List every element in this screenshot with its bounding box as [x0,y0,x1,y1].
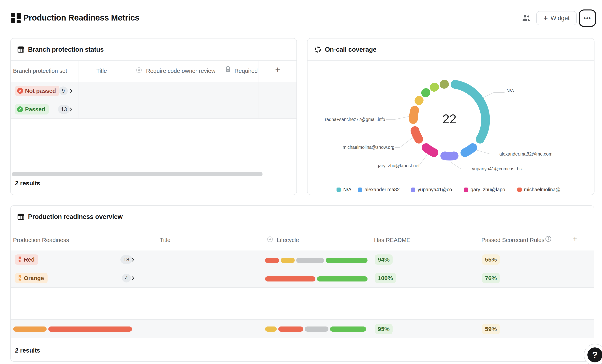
table-icon [17,213,24,220]
lock-icon [225,66,231,73]
table-row-not-passed[interactable]: × Not passed 9 [11,82,296,100]
column-header-lifecycle[interactable]: Lifecycle [277,237,299,243]
column-divider [79,61,79,119]
donut-segment [426,148,434,153]
column-header-passed-scorecard-rules[interactable]: Passed Scorecard Rules [481,237,544,243]
dashboard-page: Production Readiness Metrics + Widget ••… [0,0,602,364]
legend-label: yupanya41@co… [418,187,457,193]
status-label: Not passed [25,88,56,94]
has-readme-badge: 100% [375,273,396,283]
page-title: Production Readiness Metrics [23,13,139,22]
group-count-badge: 4 [122,274,131,282]
branch-widget-title: Branch protection status [28,46,104,53]
legend-item-yupanya[interactable]: yupanya41@co… [411,187,457,193]
group-count-badge: 9 [59,86,68,95]
has-readme-summary-badge: 95% [375,324,393,334]
question-mark-icon: ? [587,347,602,363]
info-icon[interactable] [545,236,551,242]
legend-swatch [411,188,415,192]
column-header-title[interactable]: Title [160,237,171,243]
column-divider [258,61,259,119]
legend-item-gary[interactable]: gary_zhu@lapo… [464,187,510,193]
check-circle-icon: ✓ [17,107,23,112]
readiness-badge-orange: Orange [15,273,48,283]
legend-item-michael[interactable]: michaelmolina@… [517,187,566,193]
lifecycle-column-icon [267,236,273,242]
readiness-label: Orange [24,275,44,281]
review-column-icon [136,67,142,73]
add-widget-label: Widget [550,15,570,22]
legend-swatch [336,188,341,192]
column-divider [557,319,557,338]
lifecycle-bar [265,258,367,263]
passed-rules-badge: 55% [482,255,500,265]
column-header-title[interactable]: Title [96,68,107,74]
donut-segment [465,148,473,153]
results-count: 2 results [15,347,40,354]
add-column-button[interactable]: + [572,234,578,244]
table-row-orange[interactable]: Orange 4 100% 76% [11,269,594,288]
legend-item-alexander[interactable]: alexander.ma82… [358,187,405,193]
legend-item-na[interactable]: N/A [336,187,352,193]
legend-swatch [517,188,522,192]
donut-callout-alexander: alexander.ma82@me.com [499,151,552,157]
more-options-button[interactable]: ••• [579,10,596,27]
donut-callout-gary: gary_zhu@lapost.net [376,163,416,168]
donut-segment [434,87,435,87]
oncall-donut-chart [307,61,594,192]
donut-segment [415,131,419,139]
horizontal-scrollbar[interactable] [12,172,262,176]
legend-label: michaelmolina@… [524,187,566,193]
donut-callout-yupanya: yupanya41@comcast.biz [472,166,523,171]
column-header-production-readiness[interactable]: Production Readiness [13,237,69,243]
legend-label: gary_zhu@lapo… [471,187,510,193]
overview-widget-title: Production readiness overview [28,213,123,221]
add-widget-button[interactable]: + Widget [536,11,577,25]
oncall-widget-header: On-call coverage [308,39,594,61]
results-count: 2 results [15,180,40,187]
medal-icon [17,256,22,263]
plus-icon: + [543,14,548,22]
readiness-badge-red: Red [15,255,38,265]
donut-total-value: 22 [426,112,473,126]
donut-segment [426,93,426,93]
donut-segment [445,156,454,156]
donut-callout-radha: radha+sanchez72@gmail.info [325,117,385,122]
status-badge-not-passed: × Not passed [15,86,59,96]
summary-row: 95% 59% [11,319,594,338]
readiness-label: Red [24,257,35,263]
table-row-passed[interactable]: ✓ Passed 13 [11,100,296,119]
lifecycle-summary-bar [265,326,366,332]
donut-callout-na: N/A [506,88,514,94]
expand-chevron-icon[interactable] [68,89,72,93]
legend-label: alexander.ma82… [365,187,405,193]
status-badge-passed: ✓ Passed [15,104,49,115]
column-header-has-readme[interactable]: Has README [374,237,410,243]
add-column-button[interactable]: + [275,65,280,75]
medal-icon [17,275,22,281]
donut-callout-michael: michaelmolina@show.org [343,145,394,150]
branch-protection-widget: Branch protection status Branch protecti… [10,38,297,195]
passed-rules-summary-badge: 59% [482,324,500,334]
donut-segment [419,100,419,101]
column-header-branch-protection-set[interactable]: Branch protection set [13,68,67,74]
oncall-widget-title: On-call coverage [325,46,376,53]
status-label: Passed [25,106,45,113]
readiness-summary-bar [13,326,132,332]
legend-label: N/A [343,187,352,193]
branch-widget-header: Branch protection status [11,39,296,61]
column-header-require-code-owner-review[interactable]: Require code owner review [146,68,215,74]
legend-swatch [358,188,362,192]
table-icon [17,46,24,53]
cross-circle-icon: × [17,88,23,94]
overview-widget-header: Production readiness overview [11,206,594,228]
share-users-icon[interactable] [522,14,530,21]
ellipsis-icon: ••• [584,15,591,21]
production-readiness-widget: Production readiness overview Production… [10,205,594,362]
table-row-red[interactable]: Red 18 94% 55% [11,250,594,269]
has-readme-badge: 94% [375,255,393,265]
legend-swatch [464,188,468,192]
column-header-required[interactable]: Required [235,68,258,74]
donut-chart-icon [314,46,321,53]
passed-rules-badge: 76% [482,273,500,283]
